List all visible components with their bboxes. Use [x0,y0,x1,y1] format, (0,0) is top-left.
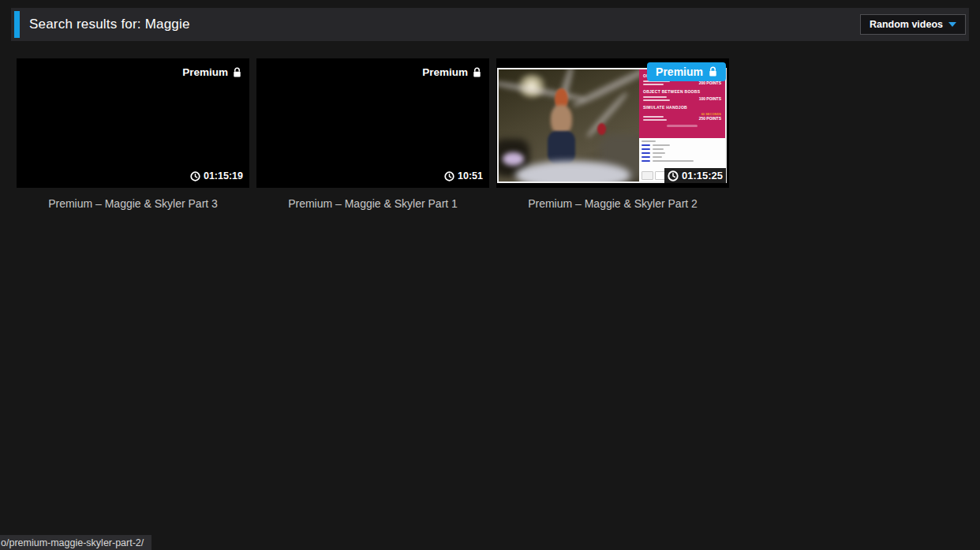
video-title[interactable]: Premium – Maggie & Skyler Part 3 [17,197,249,210]
lock-icon [709,66,717,77]
video-title[interactable]: Premium – Maggie & Skyler Part 1 [256,197,489,210]
premium-badge: Premium [182,66,241,78]
link-preview-url: o/premium-maggie-skyler-part-2/ [1,537,144,548]
video-thumbnail[interactable]: Premium 10:51 [256,58,489,188]
chevron-down-icon [948,22,956,27]
video-card[interactable]: Premium 10:51 Premium – Maggie & Skyler … [256,58,489,210]
random-videos-button[interactable]: Random videos [860,14,966,35]
duration-text: 01:15:19 [204,170,243,181]
video-card[interactable]: Premium [496,58,729,210]
accent-bar [14,11,20,38]
video-thumbnail[interactable]: Premium [496,58,729,188]
page-title: Search results for: Maggie [29,17,190,32]
duration-text: 10:51 [458,170,483,181]
lock-icon [473,67,481,78]
duration-text: 01:15:25 [682,170,723,181]
duration-badge: 10:51 [444,170,483,181]
webcam-room-scene [499,69,639,181]
webcam-thumbnail-image: OIL/L 200 POINTS OBJECT BETWEEN BOOBS 10… [497,68,727,183]
video-thumbnail[interactable]: Premium 01:15:19 [17,58,249,188]
premium-badge-label: Premium [656,65,703,78]
random-videos-label: Random videos [870,19,943,30]
video-card[interactable]: Premium 01:15:19 Premium – Maggie & Skyl… [17,58,249,210]
link-preview-statusbar: o/premium-maggie-skyler-part-2/ [0,535,151,550]
premium-badge-label: Premium [182,66,228,78]
premium-badge-label: Premium [422,66,468,78]
clock-icon [444,171,454,181]
search-results-grid: Premium 01:15:19 Premium – Maggie & Skyl… [17,58,729,210]
video-title[interactable]: Premium – Maggie & Skyler Part 2 [496,197,729,210]
header-bar: Search results for: Maggie Random videos [11,8,969,41]
lock-icon [233,67,241,78]
clock-icon [668,170,679,181]
duration-badge: 01:15:25 [664,168,726,183]
webcam-side-panel: OIL/L 200 POINTS OBJECT BETWEEN BOOBS 10… [639,69,725,181]
premium-badge: Premium [422,66,481,78]
duration-badge: 01:15:19 [190,170,243,181]
premium-badge: Premium [647,62,726,81]
clock-icon [190,171,200,181]
